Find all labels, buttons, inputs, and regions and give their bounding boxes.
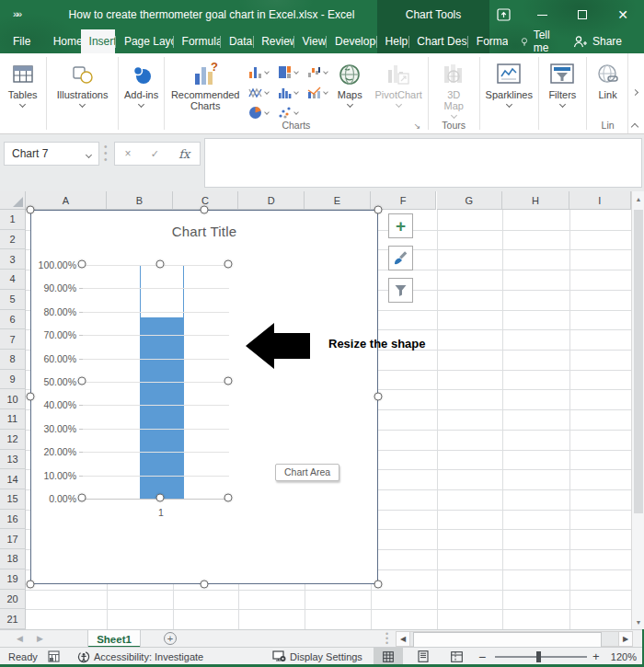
new-sheet-button[interactable]: + xyxy=(164,632,177,645)
chart-elements-button[interactable]: + xyxy=(388,213,413,238)
tab-formulas[interactable]: Formulas xyxy=(174,29,221,53)
pivotchart-button[interactable]: PivotChart xyxy=(372,58,425,109)
insert-waterfall-chart-button[interactable] xyxy=(307,65,328,79)
formula-input[interactable] xyxy=(204,138,642,188)
tab-file[interactable]: File xyxy=(0,29,38,53)
row-header-17[interactable]: 17 xyxy=(0,529,26,549)
share-button[interactable]: Share xyxy=(564,29,631,53)
resize-handle[interactable] xyxy=(201,206,209,214)
column-header-I[interactable]: I xyxy=(569,191,631,210)
recommended-charts-button[interactable]: ? Recommended Charts xyxy=(166,58,245,113)
resize-handle[interactable] xyxy=(374,206,383,214)
plot-resize-handle[interactable] xyxy=(224,260,233,269)
scroll-up-icon[interactable]: ▲ xyxy=(633,191,644,206)
add-ins-button[interactable]: Add-ins xyxy=(121,58,161,109)
collapse-ribbon-icon[interactable] xyxy=(631,123,638,131)
select-all-corner[interactable] xyxy=(0,191,26,210)
horizontal-scroll-thumb[interactable] xyxy=(413,632,602,648)
plot-resize-handle[interactable] xyxy=(78,260,86,269)
link-button[interactable]: Link xyxy=(593,58,623,102)
ribbon-scroll-right-icon[interactable] xyxy=(632,89,638,96)
formula-bar-splitter[interactable]: ••• xyxy=(104,144,108,163)
insert-pie-chart-button[interactable] xyxy=(248,106,269,120)
zoom-slider-thumb[interactable] xyxy=(536,651,541,662)
resize-handle[interactable] xyxy=(374,581,383,589)
tell-me-button[interactable]: Tell me xyxy=(512,29,564,53)
name-box[interactable]: Chart 7 xyxy=(4,142,99,166)
zoom-out-button[interactable]: − xyxy=(478,648,486,665)
tables-button[interactable]: Tables xyxy=(6,58,40,109)
sheet-nav-left-icon[interactable]: ◀ xyxy=(17,634,23,643)
row-header-21[interactable]: 21 xyxy=(0,609,26,629)
minimize-button[interactable] xyxy=(526,0,558,29)
insert-statistic-chart-button[interactable] xyxy=(278,86,298,99)
tab-insert[interactable]: Insert xyxy=(81,29,116,53)
cancel-entry-button[interactable]: × xyxy=(125,147,132,160)
3d-map-button[interactable]: 3D Map xyxy=(435,58,472,120)
tab-help[interactable]: Help xyxy=(377,29,408,53)
resize-handle[interactable] xyxy=(201,581,209,589)
horizontal-scrollbar[interactable]: ◀ ▶ xyxy=(396,631,633,647)
tab-format[interactable]: Format xyxy=(468,29,508,53)
scroll-left-icon[interactable]: ◀ xyxy=(396,631,410,647)
plot-resize-handle[interactable] xyxy=(224,494,233,502)
maximize-button[interactable] xyxy=(567,0,598,29)
plot-resize-handle[interactable] xyxy=(156,494,165,502)
tab-home[interactable]: Home xyxy=(45,29,81,53)
goal-bar[interactable] xyxy=(140,317,184,499)
resize-handle[interactable] xyxy=(374,393,383,401)
tab-view[interactable]: View xyxy=(294,29,327,53)
row-header-16[interactable]: 16 xyxy=(0,510,26,530)
tab-developer[interactable]: Developer xyxy=(327,29,376,53)
scroll-down-icon[interactable]: ▼ xyxy=(633,615,644,629)
row-header-20[interactable]: 20 xyxy=(0,590,26,610)
scroll-right-icon[interactable]: ▶ xyxy=(618,631,633,647)
row-header-1[interactable]: 1 xyxy=(0,210,26,230)
plot-area[interactable]: 0.00%10.00%20.00%30.00%40.00%50.00%60.00… xyxy=(83,265,229,499)
tab-bar-splitter[interactable]: ••• xyxy=(385,632,388,646)
insert-scatter-chart-button[interactable] xyxy=(278,106,298,120)
chart-styles-button[interactable] xyxy=(388,246,413,270)
macro-record-icon[interactable] xyxy=(48,648,60,665)
page-break-view-button[interactable] xyxy=(442,648,471,665)
quick-access-toolbar-icon[interactable]: »» xyxy=(13,8,20,19)
column-header-D[interactable]: D xyxy=(238,191,305,210)
row-header-18[interactable]: 18 xyxy=(0,549,26,569)
ribbon-display-options-button[interactable] xyxy=(488,0,519,29)
tab-review[interactable]: Review xyxy=(253,29,293,53)
sheet-tab-sheet1[interactable]: Sheet1 xyxy=(87,630,141,648)
vertical-scrollbar[interactable]: ▲ ▼ xyxy=(631,191,644,629)
filters-button[interactable]: Filters xyxy=(546,58,579,109)
insert-function-button[interactable]: fx xyxy=(178,147,190,161)
resize-handle[interactable] xyxy=(27,581,35,589)
maps-button[interactable]: Maps xyxy=(331,58,368,109)
chart-filters-button[interactable] xyxy=(388,278,413,303)
horizontal-scroll-track[interactable] xyxy=(410,631,618,647)
normal-view-button[interactable] xyxy=(374,648,403,665)
confirm-entry-button[interactable]: ✓ xyxy=(151,148,159,160)
zoom-in-button[interactable]: + xyxy=(592,648,600,665)
charts-dialog-launcher[interactable]: ↘ xyxy=(414,121,425,132)
row-header-19[interactable]: 19 xyxy=(0,569,26,590)
insert-combo-chart-button[interactable] xyxy=(307,86,328,99)
accessibility-status[interactable]: Accessibility: Investigate xyxy=(94,648,203,665)
resize-handle[interactable] xyxy=(27,393,35,401)
sheet-nav-right-icon[interactable]: ▶ xyxy=(37,634,43,643)
plot-resize-handle[interactable] xyxy=(78,494,86,502)
zoom-level[interactable]: 120% xyxy=(607,648,637,665)
tab-data[interactable]: Data xyxy=(221,29,253,53)
close-button[interactable]: ✕ xyxy=(607,0,638,29)
column-header-B[interactable]: B xyxy=(107,191,173,210)
insert-column-chart-button[interactable] xyxy=(248,65,269,79)
column-header-H[interactable]: H xyxy=(502,191,569,210)
row-header-2[interactable]: 2 xyxy=(0,230,26,250)
display-settings-button[interactable]: Display Settings xyxy=(290,648,362,665)
resize-handle[interactable] xyxy=(27,206,35,214)
plot-resize-handle[interactable] xyxy=(224,377,233,385)
column-header-G[interactable]: G xyxy=(437,191,503,210)
column-header-A[interactable]: A xyxy=(26,191,107,210)
insert-line-chart-button[interactable] xyxy=(248,86,269,99)
plot-resize-handle[interactable] xyxy=(78,377,86,385)
column-header-E[interactable]: E xyxy=(305,191,371,210)
zoom-slider-track[interactable] xyxy=(495,656,587,658)
